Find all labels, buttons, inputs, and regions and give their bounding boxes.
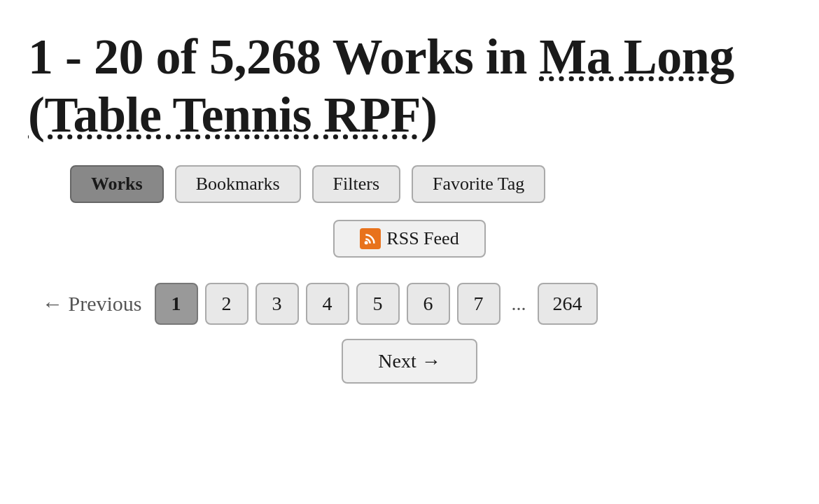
page-2-button[interactable]: 2 [205, 283, 248, 325]
page-5-button[interactable]: 5 [356, 283, 400, 325]
page-7-button[interactable]: 7 [457, 283, 500, 325]
page-4-button[interactable]: 4 [306, 283, 349, 325]
page-3-button[interactable]: 3 [255, 283, 299, 325]
tab-works[interactable]: Works [70, 165, 164, 203]
page-title: 1 - 20 of 5,268 Works in Ma Long (Table … [28, 28, 791, 144]
rss-label: RSS Feed [386, 228, 458, 249]
pagination-ellipsis: ... [507, 293, 531, 315]
page-1-button[interactable]: 1 [155, 283, 198, 325]
last-page-button[interactable]: 264 [538, 283, 598, 325]
title-prefix: 1 - 20 of 5,268 Works in [28, 29, 539, 85]
tabs-row: Works Bookmarks Filters Favorite Tag [70, 165, 791, 203]
svg-point-0 [365, 241, 368, 244]
rss-svg-icon [363, 232, 377, 246]
rss-icon [360, 228, 381, 249]
pagination-row: ← Previous 1 2 3 4 5 6 7 ... 264 [42, 283, 791, 325]
rss-feed-button[interactable]: RSS Feed [333, 220, 485, 258]
previous-link[interactable]: ← Previous [42, 292, 142, 316]
next-button[interactable]: Next → [342, 339, 477, 384]
tab-bookmarks[interactable]: Bookmarks [175, 165, 301, 203]
rss-row: RSS Feed [28, 220, 791, 258]
tab-filters[interactable]: Filters [312, 165, 400, 203]
tab-favorite-tag[interactable]: Favorite Tag [412, 165, 545, 203]
next-row: Next → [28, 339, 791, 384]
page-6-button[interactable]: 6 [407, 283, 450, 325]
